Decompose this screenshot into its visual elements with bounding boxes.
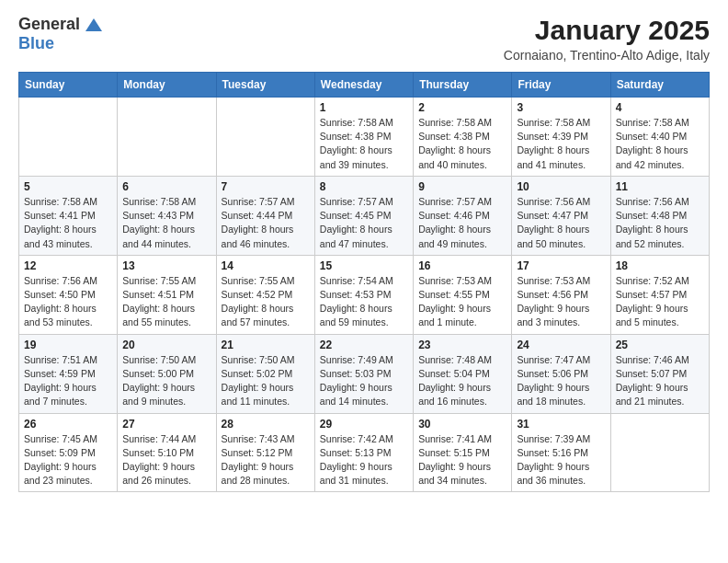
day-number: 8 xyxy=(320,180,408,193)
col-sunday: Sunday xyxy=(19,73,118,98)
col-tuesday: Tuesday xyxy=(216,73,314,98)
day-info: Sunrise: 7:55 AM Sunset: 4:51 PM Dayligh… xyxy=(122,274,210,330)
header: General Blue January 2025 Cornaiano, Tre… xyxy=(18,15,710,63)
cell-w5-d7 xyxy=(610,413,709,492)
cell-w5-d3: 28Sunrise: 7:43 AM Sunset: 5:12 PM Dayli… xyxy=(216,413,314,492)
cell-w4-d1: 19Sunrise: 7:51 AM Sunset: 4:59 PM Dayli… xyxy=(19,334,118,413)
col-thursday: Thursday xyxy=(414,73,512,98)
calendar-subtitle: Cornaiano, Trentino-Alto Adige, Italy xyxy=(504,48,710,63)
calendar-title: January 2025 xyxy=(504,15,710,46)
cell-w1-d4: 1Sunrise: 7:58 AM Sunset: 4:38 PM Daylig… xyxy=(314,98,413,177)
day-info: Sunrise: 7:58 AM Sunset: 4:39 PM Dayligh… xyxy=(517,116,605,172)
day-number: 6 xyxy=(122,180,210,193)
day-info: Sunrise: 7:56 AM Sunset: 4:50 PM Dayligh… xyxy=(24,274,112,330)
cell-w2-d6: 10Sunrise: 7:56 AM Sunset: 4:47 PM Dayli… xyxy=(512,176,610,255)
cell-w1-d1 xyxy=(19,98,118,177)
day-info: Sunrise: 7:57 AM Sunset: 4:46 PM Dayligh… xyxy=(418,195,506,251)
logo-general: General xyxy=(18,15,80,34)
day-number: 27 xyxy=(122,418,210,431)
cell-w3-d4: 15Sunrise: 7:54 AM Sunset: 4:53 PM Dayli… xyxy=(314,255,413,334)
cell-w1-d2 xyxy=(118,98,216,177)
day-info: Sunrise: 7:50 AM Sunset: 5:00 PM Dayligh… xyxy=(122,353,210,409)
calendar-table: Sunday Monday Tuesday Wednesday Thursday… xyxy=(18,72,710,492)
day-number: 17 xyxy=(517,259,605,272)
day-number: 18 xyxy=(616,259,704,272)
cell-w2-d7: 11Sunrise: 7:56 AM Sunset: 4:48 PM Dayli… xyxy=(610,176,709,255)
title-block: January 2025 Cornaiano, Trentino-Alto Ad… xyxy=(504,15,710,63)
day-info: Sunrise: 7:55 AM Sunset: 4:52 PM Dayligh… xyxy=(222,274,310,330)
day-number: 31 xyxy=(517,418,605,431)
cell-w4-d6: 24Sunrise: 7:47 AM Sunset: 5:06 PM Dayli… xyxy=(512,334,610,413)
day-info: Sunrise: 7:54 AM Sunset: 4:53 PM Dayligh… xyxy=(320,274,408,330)
day-info: Sunrise: 7:42 AM Sunset: 5:13 PM Dayligh… xyxy=(320,432,408,488)
day-number: 28 xyxy=(222,418,310,431)
day-info: Sunrise: 7:58 AM Sunset: 4:40 PM Dayligh… xyxy=(616,116,704,172)
header-row: Sunday Monday Tuesday Wednesday Thursday… xyxy=(19,73,710,98)
day-number: 26 xyxy=(24,418,112,431)
day-info: Sunrise: 7:44 AM Sunset: 5:10 PM Dayligh… xyxy=(122,432,210,488)
cell-w5-d2: 27Sunrise: 7:44 AM Sunset: 5:10 PM Dayli… xyxy=(118,413,216,492)
cell-w3-d3: 14Sunrise: 7:55 AM Sunset: 4:52 PM Dayli… xyxy=(216,255,314,334)
cell-w1-d6: 3Sunrise: 7:58 AM Sunset: 4:39 PM Daylig… xyxy=(512,98,610,177)
day-number: 22 xyxy=(320,339,408,351)
day-number: 21 xyxy=(222,339,310,351)
cell-w3-d1: 12Sunrise: 7:56 AM Sunset: 4:50 PM Dayli… xyxy=(19,255,118,334)
day-info: Sunrise: 7:46 AM Sunset: 5:07 PM Dayligh… xyxy=(616,353,704,409)
cell-w4-d3: 21Sunrise: 7:50 AM Sunset: 5:02 PM Dayli… xyxy=(216,334,314,413)
cell-w2-d3: 7Sunrise: 7:57 AM Sunset: 4:44 PM Daylig… xyxy=(216,176,314,255)
cell-w2-d2: 6Sunrise: 7:58 AM Sunset: 4:43 PM Daylig… xyxy=(118,176,216,255)
day-number: 1 xyxy=(320,101,408,114)
day-number: 11 xyxy=(616,180,704,193)
cell-w4-d7: 25Sunrise: 7:46 AM Sunset: 5:07 PM Dayli… xyxy=(610,334,709,413)
cell-w4-d2: 20Sunrise: 7:50 AM Sunset: 5:00 PM Dayli… xyxy=(118,334,216,413)
day-number: 2 xyxy=(418,101,506,114)
day-number: 25 xyxy=(616,339,704,351)
day-number: 29 xyxy=(320,418,408,431)
cell-w2-d4: 8Sunrise: 7:57 AM Sunset: 4:45 PM Daylig… xyxy=(314,176,413,255)
day-number: 7 xyxy=(222,180,310,193)
day-info: Sunrise: 7:52 AM Sunset: 4:57 PM Dayligh… xyxy=(616,274,704,330)
logo-icon xyxy=(84,17,104,33)
week-row-2: 5Sunrise: 7:58 AM Sunset: 4:41 PM Daylig… xyxy=(19,176,710,255)
cell-w5-d6: 31Sunrise: 7:39 AM Sunset: 5:16 PM Dayli… xyxy=(512,413,610,492)
week-row-4: 19Sunrise: 7:51 AM Sunset: 4:59 PM Dayli… xyxy=(19,334,710,413)
cell-w1-d3 xyxy=(216,98,314,177)
day-info: Sunrise: 7:57 AM Sunset: 4:45 PM Dayligh… xyxy=(320,195,408,251)
cell-w3-d5: 16Sunrise: 7:53 AM Sunset: 4:55 PM Dayli… xyxy=(414,255,512,334)
cell-w1-d5: 2Sunrise: 7:58 AM Sunset: 4:38 PM Daylig… xyxy=(414,98,512,177)
day-number: 15 xyxy=(320,259,408,272)
day-info: Sunrise: 7:57 AM Sunset: 4:44 PM Dayligh… xyxy=(222,195,310,251)
page: General Blue January 2025 Cornaiano, Tre… xyxy=(0,0,728,503)
day-number: 10 xyxy=(517,180,605,193)
day-number: 16 xyxy=(418,259,506,272)
day-info: Sunrise: 7:58 AM Sunset: 4:43 PM Dayligh… xyxy=(122,195,210,251)
cell-w3-d6: 17Sunrise: 7:53 AM Sunset: 4:56 PM Dayli… xyxy=(512,255,610,334)
cell-w1-d7: 4Sunrise: 7:58 AM Sunset: 4:40 PM Daylig… xyxy=(610,98,709,177)
day-number: 4 xyxy=(616,101,704,114)
day-info: Sunrise: 7:45 AM Sunset: 5:09 PM Dayligh… xyxy=(24,432,112,488)
day-info: Sunrise: 7:48 AM Sunset: 5:04 PM Dayligh… xyxy=(418,353,506,409)
col-friday: Friday xyxy=(512,73,610,98)
cell-w5-d5: 30Sunrise: 7:41 AM Sunset: 5:15 PM Dayli… xyxy=(414,413,512,492)
day-info: Sunrise: 7:56 AM Sunset: 4:48 PM Dayligh… xyxy=(616,195,704,251)
day-info: Sunrise: 7:53 AM Sunset: 4:55 PM Dayligh… xyxy=(418,274,506,330)
day-number: 24 xyxy=(517,339,605,351)
day-info: Sunrise: 7:49 AM Sunset: 5:03 PM Dayligh… xyxy=(320,353,408,409)
cell-w2-d1: 5Sunrise: 7:58 AM Sunset: 4:41 PM Daylig… xyxy=(19,176,118,255)
day-info: Sunrise: 7:41 AM Sunset: 5:15 PM Dayligh… xyxy=(418,432,506,488)
cell-w4-d5: 23Sunrise: 7:48 AM Sunset: 5:04 PM Dayli… xyxy=(414,334,512,413)
col-monday: Monday xyxy=(118,73,216,98)
day-number: 20 xyxy=(122,339,210,351)
day-number: 19 xyxy=(24,339,112,351)
day-number: 13 xyxy=(122,259,210,272)
cell-w4-d4: 22Sunrise: 7:49 AM Sunset: 5:03 PM Dayli… xyxy=(314,334,413,413)
day-info: Sunrise: 7:58 AM Sunset: 4:38 PM Dayligh… xyxy=(320,116,408,172)
day-number: 12 xyxy=(24,259,112,272)
day-info: Sunrise: 7:56 AM Sunset: 4:47 PM Dayligh… xyxy=(517,195,605,251)
day-number: 30 xyxy=(418,418,506,431)
day-info: Sunrise: 7:39 AM Sunset: 5:16 PM Dayligh… xyxy=(517,432,605,488)
svg-marker-0 xyxy=(85,18,102,31)
day-number: 5 xyxy=(24,180,112,193)
day-number: 14 xyxy=(222,259,310,272)
col-wednesday: Wednesday xyxy=(314,73,413,98)
